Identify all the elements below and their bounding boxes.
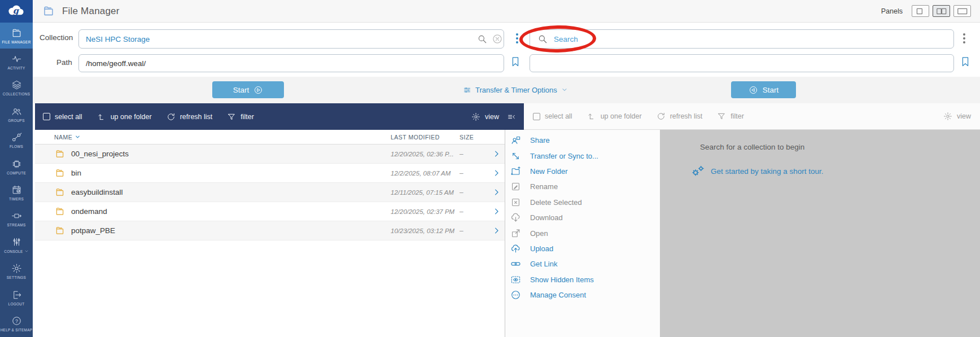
sort-by-name-header[interactable]: NAME: [54, 134, 391, 141]
filter-button[interactable]: filter: [227, 112, 254, 121]
sidebar-item-flows[interactable]: FLOWS: [0, 128, 33, 154]
file-manager-folder-icon: [42, 5, 55, 17]
menu-item-download: Download: [505, 210, 660, 225]
people-icon: [11, 106, 22, 117]
right-pane-toolbar: select all up one folder refresh list fi…: [524, 103, 980, 130]
sliders-icon: [11, 237, 22, 247]
upload-cloud-icon: [510, 243, 521, 254]
panels-layout-double-button[interactable]: [933, 5, 950, 17]
table-row[interactable]: ondemand 12/20/2025, 02:37 PM –: [35, 202, 505, 221]
sidebar-item-collections[interactable]: COLLECTIONS: [0, 75, 33, 101]
up-one-folder-icon: [97, 112, 106, 121]
sidebar-item-help-sitemap[interactable]: HELP & SITEMAP: [0, 310, 33, 336]
svg-text:g: g: [13, 6, 20, 16]
empty-state-message: Search for a collection to begin: [700, 143, 804, 151]
chevron-down-icon: [24, 249, 29, 253]
select-all-button[interactable]: select all: [533, 112, 572, 120]
select-all-checkbox[interactable]: [533, 113, 540, 120]
view-button[interactable]: view: [943, 112, 971, 121]
play-circle-icon: [253, 85, 263, 95]
rename-pencil-icon: [510, 181, 521, 192]
menu-item-upload[interactable]: Upload: [505, 241, 660, 256]
sidebar-item-logout[interactable]: LOGOUT: [0, 285, 33, 310]
collection-path-bar: Collection Path: [33, 23, 980, 77]
path-label: Path: [56, 58, 72, 67]
chevron-right-icon[interactable]: [492, 188, 501, 196]
filter-button[interactable]: filter: [717, 112, 744, 121]
panels-layout-wide-button[interactable]: [953, 5, 971, 17]
search-options-kebab-icon[interactable]: [961, 31, 968, 46]
chevron-right-icon[interactable]: [492, 226, 501, 235]
activity-pulse-icon: [11, 54, 22, 64]
top-header: File Manager Panels: [33, 0, 980, 23]
folder-icon: [11, 28, 22, 38]
funnel-icon: [717, 112, 726, 121]
globus-logo[interactable]: g: [0, 0, 33, 23]
menu-item-show-hidden-items[interactable]: Show Hidden Items: [505, 272, 660, 287]
chevron-right-icon[interactable]: [492, 169, 501, 177]
search-icon: [477, 34, 487, 44]
refresh-list-button[interactable]: refresh list: [657, 112, 703, 121]
sidebar-item-compute[interactable]: COMPUTE: [0, 154, 33, 180]
menu-item-manage-consent[interactable]: Manage Consent: [505, 287, 660, 303]
collapse-menu-icon[interactable]: [507, 112, 516, 121]
table-row[interactable]: easybuildinstall 12/11/2025, 07:15 AM –: [35, 183, 505, 202]
tour-link[interactable]: Get started by taking a short tour.: [690, 164, 824, 179]
transfer-timer-options-toggle[interactable]: Transfer & Timer Options: [463, 81, 568, 98]
gear-icon: [471, 112, 480, 121]
up-one-folder-button[interactable]: up one folder: [587, 112, 642, 121]
page-title: File Manager: [62, 6, 120, 17]
globus-file-manager-app: g FILE MANAGER ACTIVITY COLLECTIONS GROU…: [0, 0, 980, 337]
refresh-list-button[interactable]: refresh list: [167, 112, 213, 121]
refresh-icon: [167, 112, 176, 121]
up-one-folder-button[interactable]: up one folder: [97, 112, 152, 121]
chevron-right-icon[interactable]: [492, 150, 501, 158]
sidebar: g FILE MANAGER ACTIVITY COLLECTIONS GROU…: [0, 0, 33, 337]
share-icon: [510, 135, 521, 146]
menu-item-delete-selected: Delete Selected: [505, 195, 660, 210]
double-panel-icon: [935, 7, 948, 15]
gear-icon: [11, 263, 22, 274]
menu-item-new-folder[interactable]: New Folder: [505, 164, 660, 179]
logout-door-icon: [11, 290, 22, 300]
menu-item-share[interactable]: Share: [505, 133, 660, 148]
path-input[interactable]: [78, 54, 504, 72]
bookmark-icon[interactable]: [960, 54, 971, 69]
tour-gears-icon: [690, 164, 705, 179]
calendar-check-icon: [11, 185, 22, 195]
sidebar-item-timers[interactable]: TIMERS: [0, 180, 33, 205]
menu-item-get-link[interactable]: Get Link: [505, 256, 660, 272]
chevron-right-icon[interactable]: [492, 207, 501, 216]
chip-icon: [11, 159, 22, 169]
table-row[interactable]: bin 12/2/2025, 08:07 AM –: [35, 164, 505, 183]
view-button[interactable]: view: [471, 112, 499, 121]
bookmark-icon[interactable]: [510, 54, 521, 69]
folder-icon: [54, 226, 65, 235]
sidebar-item-activity[interactable]: ACTIVITY: [0, 49, 33, 75]
menu-item-rename: Rename: [505, 179, 660, 194]
panels-layout-single-button[interactable]: [912, 5, 929, 17]
start-transfer-right-button[interactable]: Start: [731, 81, 796, 98]
sidebar-item-streams[interactable]: STREAMS: [0, 206, 33, 232]
sidebar-item-console[interactable]: CONSOLE: [0, 232, 33, 258]
hidden-eye-icon: [510, 274, 521, 285]
collection-label: Collection: [40, 33, 73, 42]
sidebar-item-settings[interactable]: SETTINGS: [0, 259, 33, 285]
folder-icon: [54, 168, 65, 178]
collection-input[interactable]: [78, 29, 504, 49]
sidebar-item-file-manager[interactable]: FILE MANAGER: [0, 23, 33, 49]
clear-collection-icon[interactable]: [492, 33, 503, 45]
file-list-pane: NAME LAST MODIFIED SIZE 00_nesi_projects…: [35, 130, 505, 337]
path-input-right[interactable]: [530, 54, 954, 72]
select-all-button[interactable]: select all: [43, 113, 82, 121]
download-cloud-icon: [510, 212, 521, 223]
sidebar-item-groups[interactable]: GROUPS: [0, 101, 33, 127]
search-input[interactable]: [530, 29, 954, 49]
select-all-checkbox[interactable]: [43, 113, 50, 120]
collection-options-kebab-icon[interactable]: [514, 31, 520, 46]
menu-item-transfer-or-sync[interactable]: Transfer or Sync to...: [505, 148, 660, 163]
table-row[interactable]: 00_nesi_projects 12/20/2025, 02:36 P... …: [35, 145, 505, 164]
table-row[interactable]: potpaw_PBE 10/23/2025, 03:12 PM –: [35, 221, 505, 240]
start-transfer-left-button[interactable]: Start: [212, 81, 284, 98]
menu-item-open: Open: [505, 225, 660, 240]
